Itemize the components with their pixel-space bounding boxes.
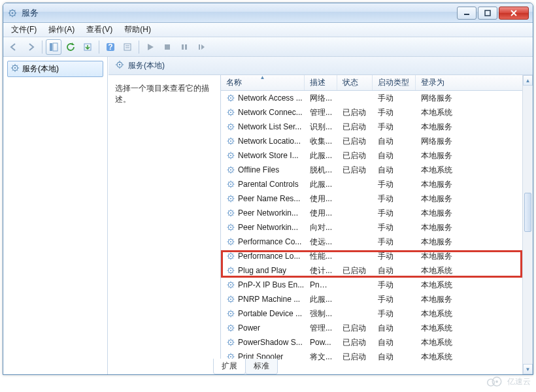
start-service-button[interactable] xyxy=(142,39,158,55)
service-startup: 手动 xyxy=(373,251,416,262)
column-status[interactable]: 状态 xyxy=(337,75,373,90)
service-row[interactable]: Parental Controls此服...手动本地服务 xyxy=(221,177,522,191)
right-header: 服务(本地) xyxy=(109,57,533,75)
minimize-button[interactable] xyxy=(457,7,477,20)
watermark-text: 亿速云 xyxy=(507,376,531,387)
service-row[interactable]: Performance Lo...性能...手动本地服务 xyxy=(221,249,522,263)
toolbar-separator xyxy=(99,41,99,54)
svg-point-57 xyxy=(230,356,231,357)
service-logon: 本地系统 xyxy=(416,323,522,334)
menu-action[interactable]: 操作(A) xyxy=(43,23,80,37)
service-desc: 使计... xyxy=(305,265,337,276)
service-row[interactable]: PowerShadow S...Pow...已启动自动本地系统 xyxy=(221,335,522,350)
service-startup: 手动 xyxy=(373,122,416,133)
column-desc[interactable]: 描述 xyxy=(305,75,337,90)
service-row[interactable]: PnP-X IP Bus En...PnP-...手动本地系统 xyxy=(221,278,522,292)
service-row[interactable]: Network Connec...管理...已启动手动本地系统 xyxy=(221,105,522,120)
properties-button[interactable] xyxy=(120,39,135,55)
menu-file[interactable]: 文件(F) xyxy=(6,23,42,37)
service-row[interactable]: Power管理...已启动自动本地系统 xyxy=(221,321,522,335)
tab-standard[interactable]: 标准 xyxy=(245,359,278,374)
service-row[interactable]: Network List Ser...识别...已启动手动本地服务 xyxy=(221,120,522,134)
service-name: Network Locatio... xyxy=(238,137,301,146)
gear-icon xyxy=(226,309,235,318)
service-row[interactable]: Peer Networkin...使用...手动本地服务 xyxy=(221,206,522,220)
column-name[interactable]: 名称▲ xyxy=(221,75,305,90)
forward-button[interactable] xyxy=(23,39,39,55)
refresh-button[interactable] xyxy=(63,39,78,55)
svg-point-29 xyxy=(230,155,231,156)
service-row[interactable]: Offline Files脱机...已启动自动本地系统 xyxy=(221,163,522,177)
stop-service-button[interactable] xyxy=(159,39,175,55)
svg-point-27 xyxy=(230,140,231,142)
service-name: Peer Networkin... xyxy=(238,223,298,232)
service-row[interactable]: Network Locatio...收集...已启动自动网络服务 xyxy=(221,134,522,148)
svg-rect-4 xyxy=(50,43,52,51)
service-logon: 本地服务 xyxy=(416,150,522,161)
svg-point-23 xyxy=(230,112,231,113)
column-logon[interactable]: 登录为 xyxy=(416,75,533,90)
service-name: Network Access ... xyxy=(238,93,303,103)
back-button[interactable] xyxy=(6,39,22,55)
gear-icon xyxy=(226,93,235,103)
pause-service-button[interactable] xyxy=(176,39,192,55)
restart-service-button[interactable] xyxy=(193,39,209,55)
service-row[interactable]: Network Store I...此服...已启动自动本地服务 xyxy=(221,148,522,163)
service-startup: 手动 xyxy=(373,222,416,233)
right-header-title: 服务(本地) xyxy=(128,60,165,71)
service-logon: 本地服务 xyxy=(416,193,522,204)
toolbar: ? xyxy=(3,37,533,57)
service-status: 已启动 xyxy=(337,136,373,147)
help-button[interactable]: ? xyxy=(103,39,118,55)
service-logon: 本地系统 xyxy=(416,337,522,348)
svg-point-35 xyxy=(230,198,231,199)
maximize-button[interactable] xyxy=(478,7,497,20)
scroll-down-button[interactable]: ▼ xyxy=(523,364,533,374)
service-startup: 手动 xyxy=(373,107,416,118)
service-logon: 本地系统 xyxy=(416,107,522,118)
service-list: 名称▲ 描述 状态 启动类型 登录为 Network Access ...网络.… xyxy=(221,75,533,374)
service-row[interactable]: Performance Co...使远...手动本地服务 xyxy=(221,235,522,249)
svg-rect-3 xyxy=(485,10,490,16)
service-startup: 手动 xyxy=(373,208,416,219)
svg-point-39 xyxy=(230,227,231,228)
menu-view[interactable]: 查看(V) xyxy=(81,23,118,37)
service-row[interactable]: Peer Name Res...使用...手动本地服务 xyxy=(221,191,522,206)
menu-help[interactable]: 帮助(H) xyxy=(119,23,156,37)
export-list-button[interactable] xyxy=(80,39,95,55)
svg-text:?: ? xyxy=(108,42,112,52)
service-startup: 自动 xyxy=(373,150,416,161)
titlebar[interactable]: 服务 xyxy=(3,3,533,23)
scrollbar-thumb[interactable] xyxy=(524,193,531,232)
service-desc: 使远... xyxy=(305,237,337,248)
column-startup[interactable]: 启动类型 xyxy=(373,75,416,90)
service-startup: 自动 xyxy=(373,351,416,363)
tree-root-node[interactable]: 服务(本地) xyxy=(7,61,103,77)
tab-extended[interactable]: 扩展 xyxy=(213,359,246,374)
service-logon: 本地服务 xyxy=(416,237,522,248)
service-name: Parental Controls xyxy=(238,180,299,189)
close-button[interactable] xyxy=(499,7,529,20)
service-row[interactable]: PNRP Machine ...此服...手动本地服务 xyxy=(221,292,522,306)
vertical-scrollbar[interactable]: ▲ ▼ xyxy=(522,75,533,374)
service-row[interactable]: Network Access ...网络...手动网络服务 xyxy=(221,91,522,105)
service-row[interactable]: Plug and Play使计...已启动自动本地系统 xyxy=(221,263,522,278)
service-status: 已启动 xyxy=(337,150,373,161)
show-tree-button[interactable] xyxy=(46,39,61,55)
service-row[interactable]: Peer Networkin...向对...手动本地服务 xyxy=(221,220,522,235)
detail-hint: 选择一个项目来查看它的描述。 xyxy=(115,84,209,104)
service-logon: 本地服务 xyxy=(416,251,522,262)
toolbar-separator xyxy=(139,41,139,54)
svg-rect-5 xyxy=(53,43,58,51)
service-logon: 网络服务 xyxy=(416,93,522,104)
service-status: 已启动 xyxy=(337,351,373,363)
scroll-up-button[interactable]: ▲ xyxy=(523,75,533,86)
watermark: 亿速云 xyxy=(485,375,531,388)
svg-point-25 xyxy=(230,126,231,127)
service-name: Performance Co... xyxy=(238,237,301,246)
service-logon: 本地服务 xyxy=(416,179,522,190)
service-logon: 本地服务 xyxy=(416,122,522,133)
service-row[interactable]: Portable Device ...强制...手动本地系统 xyxy=(221,306,522,321)
gear-icon xyxy=(226,108,235,117)
service-name: Offline Files xyxy=(238,165,279,174)
